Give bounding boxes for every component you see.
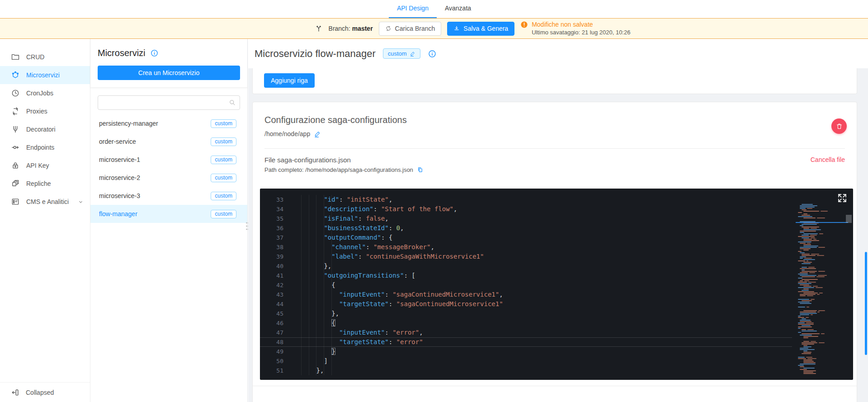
service-name: microservice-3 bbox=[99, 192, 211, 199]
service-name: order-service bbox=[99, 138, 211, 145]
sidebar-item-api-key[interactable]: API Key bbox=[0, 156, 90, 175]
code-line-49: 49 } bbox=[260, 347, 792, 356]
unsaved-text: Modifiche non salvate bbox=[532, 20, 630, 28]
code-line-36: 36 "businessStateId": 0, bbox=[260, 223, 792, 233]
tab-avanzata[interactable]: Avanzata bbox=[437, 0, 479, 18]
line-number: 40 bbox=[260, 261, 283, 271]
custom-badge: custom bbox=[211, 174, 236, 182]
editor-minimap[interactable] bbox=[797, 204, 827, 375]
sidebar-item-cms-e-analitici[interactable]: CMS e Analitici bbox=[0, 193, 90, 211]
last-save-text: Ultimo savataggio: 21 lug 2020, 10:26 bbox=[532, 29, 630, 37]
code-text: "businessStateId": 0, bbox=[283, 223, 404, 233]
code-text: "label": "continueSagaWithMicroservice1" bbox=[283, 252, 484, 261]
sidebar-item-label: API Key bbox=[26, 162, 49, 169]
mount-path: /home/node/app bbox=[264, 130, 310, 137]
endpoint-icon bbox=[11, 143, 20, 152]
create-microservice-button[interactable]: Crea un Microservizio bbox=[98, 66, 240, 80]
code-line-47: 47 "inputEvent": "error", bbox=[260, 328, 792, 337]
save-generate-button[interactable]: Salva & Genera bbox=[447, 22, 514, 36]
tab-api-design[interactable]: API Design bbox=[389, 0, 437, 18]
config-section-title: Configurazione saga-configurations bbox=[264, 115, 845, 125]
service-list-item-persistency-manager[interactable]: persistency-managercustom bbox=[90, 114, 247, 132]
collapse-icon bbox=[11, 388, 20, 397]
minimap-cursor bbox=[796, 222, 848, 223]
clock-icon bbox=[11, 89, 20, 98]
sidebar-item-label: CMS e Analitici bbox=[26, 198, 69, 205]
sidebar-item-label: Microservizi bbox=[26, 71, 60, 79]
table-card-bottom: Aggiungi riga bbox=[252, 68, 857, 94]
line-number: 42 bbox=[260, 280, 283, 290]
sidebar-item-repliche[interactable]: Repliche bbox=[0, 175, 90, 193]
file-full-path: Path completo: /home/node/app/saga-confi… bbox=[264, 166, 413, 173]
sidebar-collapse-toggle[interactable]: Collapsed bbox=[0, 382, 90, 402]
fullscreen-expand-icon[interactable] bbox=[837, 193, 848, 203]
load-branch-button[interactable]: Carica Branch bbox=[379, 22, 442, 36]
code-line-40: 40 }, bbox=[260, 261, 792, 271]
service-list-item-flow-manager[interactable]: flow-managercustom bbox=[90, 205, 247, 223]
search-icon bbox=[228, 99, 236, 106]
edit-path-icon[interactable] bbox=[314, 131, 321, 137]
code-line-35: 35 "isFinal": false, bbox=[260, 214, 792, 223]
code-text: }, bbox=[283, 261, 331, 271]
sidebar-item-proxies[interactable]: Proxies bbox=[0, 102, 90, 120]
service-list-item-order-service[interactable]: order-servicecustom bbox=[90, 132, 247, 151]
sidebar-item-label: Proxies bbox=[26, 108, 47, 115]
copy-path-icon[interactable] bbox=[417, 166, 424, 173]
delete-config-button[interactable] bbox=[831, 118, 847, 134]
top-tab-bar: API Design Avanzata bbox=[0, 0, 868, 18]
line-number: 33 bbox=[260, 195, 283, 204]
code-line-50: 50 ] bbox=[260, 356, 792, 366]
copies-icon bbox=[11, 179, 20, 188]
collapse-label: Collapsed bbox=[26, 389, 54, 396]
delete-file-link[interactable]: Cancella file bbox=[811, 156, 845, 163]
code-text: "outgoingTransitions": [ bbox=[283, 271, 415, 280]
code-line-45: 45 }, bbox=[260, 309, 792, 318]
info-icon[interactable] bbox=[428, 49, 437, 58]
page-scrollbar[interactable] bbox=[865, 252, 867, 355]
code-line-42: 42 { bbox=[260, 280, 792, 290]
service-name: microservice-1 bbox=[99, 156, 211, 163]
code-text: { bbox=[283, 318, 335, 328]
page-title: Microservizio flow-manager bbox=[255, 48, 376, 60]
line-number: 43 bbox=[260, 290, 283, 299]
add-row-button[interactable]: Aggiungi riga bbox=[264, 73, 315, 88]
code-line-43: 43 "inputEvent": "sagaContinuedMicroserv… bbox=[260, 290, 792, 299]
editor-scrollbar[interactable] bbox=[846, 215, 852, 223]
edit-pencil-icon bbox=[410, 51, 415, 57]
code-text: { bbox=[283, 280, 335, 290]
custom-badge: custom bbox=[211, 210, 236, 218]
branch-label: Branch: master bbox=[329, 25, 373, 32]
proxy-loop-icon bbox=[11, 107, 20, 116]
service-list-item-microservice-2[interactable]: microservice-2custom bbox=[90, 169, 247, 187]
line-number: 44 bbox=[260, 299, 283, 309]
sidebar-item-cronjobs[interactable]: CronJobs bbox=[0, 84, 90, 102]
sidebar-item-crud[interactable]: CRUD bbox=[0, 48, 90, 66]
sidebar-item-decoratori[interactable]: Decoratori bbox=[0, 120, 90, 138]
service-list-item-microservice-1[interactable]: microservice-1custom bbox=[90, 151, 247, 169]
code-editor[interactable]: 33 "id": "initState",34 "description": "… bbox=[260, 189, 853, 380]
code-line-33: 33 "id": "initState", bbox=[260, 195, 792, 204]
microservices-icon bbox=[11, 71, 20, 80]
service-list-item-microservice-3[interactable]: microservice-3custom bbox=[90, 187, 247, 205]
code-line-38: 38 "channel": "messageBroker", bbox=[260, 242, 792, 252]
code-line-34: 34 "description": "Start of the flow", bbox=[260, 204, 792, 214]
sidebar-item-microservizi[interactable]: Microservizi bbox=[0, 66, 90, 84]
service-name: microservice-2 bbox=[99, 174, 211, 181]
line-number: 41 bbox=[260, 271, 283, 280]
code-line-46: 46 { bbox=[260, 318, 792, 328]
sidebar-item-endpoints[interactable]: Endpoints bbox=[0, 138, 90, 156]
info-icon[interactable] bbox=[150, 49, 159, 57]
sidebar-item-label: CronJobs bbox=[26, 90, 53, 97]
line-number: 46 bbox=[260, 318, 283, 328]
line-number: 34 bbox=[260, 204, 283, 214]
line-number: 50 bbox=[260, 356, 283, 366]
line-number: 48 bbox=[260, 337, 283, 347]
chevron-down-icon bbox=[78, 199, 84, 205]
code-line-37: 37 "outputCommand": { bbox=[260, 233, 792, 242]
line-number: 36 bbox=[260, 223, 283, 233]
code-text: } bbox=[283, 347, 335, 356]
git-branch-icon bbox=[315, 24, 323, 33]
search-input[interactable] bbox=[98, 95, 240, 110]
code-text: }, bbox=[283, 366, 324, 375]
service-type-badge[interactable]: custom bbox=[383, 48, 420, 59]
